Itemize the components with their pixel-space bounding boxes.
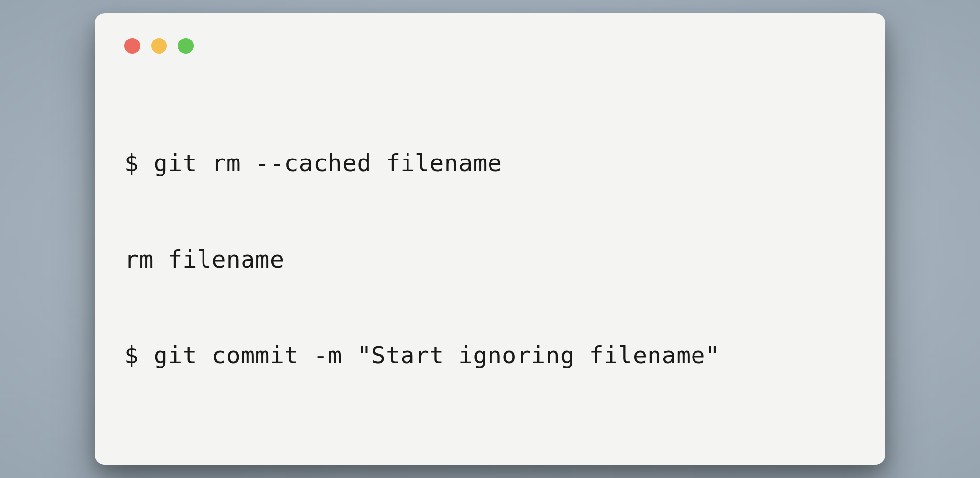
close-button[interactable] xyxy=(124,38,140,54)
title-bar xyxy=(124,38,856,54)
maximize-button[interactable] xyxy=(178,38,194,54)
terminal-line: $ git rm --cached filename xyxy=(124,147,856,179)
terminal-content[interactable]: $ git rm --cached filename rm filename $… xyxy=(124,83,856,436)
minimize-button[interactable] xyxy=(151,38,167,54)
terminal-window: $ git rm --cached filename rm filename $… xyxy=(95,13,885,465)
terminal-line: rm filename xyxy=(124,243,856,276)
terminal-line: $ git commit -m "Start ignoring filename… xyxy=(124,339,856,371)
